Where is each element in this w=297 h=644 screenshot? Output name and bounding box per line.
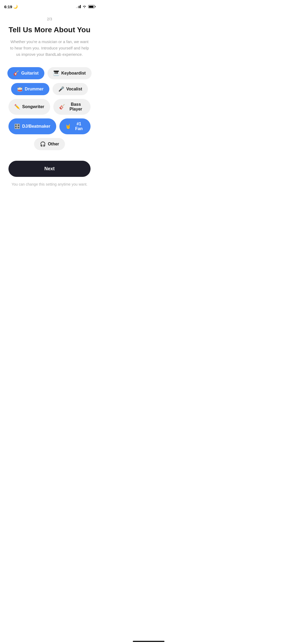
battery-icon xyxy=(88,5,95,8)
vocalist-icon: 🎤 xyxy=(58,86,64,92)
page-subtitle: Whether you're a musician or a fan, we w… xyxy=(8,39,91,58)
vocalist-label: Vocalist xyxy=(66,87,82,91)
role-number1-fan[interactable]: 🤘 #1 Fan xyxy=(59,118,91,134)
drummer-icon: 🥁 xyxy=(17,86,23,92)
roles-row-4: 🎛️ DJ/Beatmaker 🤘 #1 Fan xyxy=(8,118,91,134)
other-icon: 🎧 xyxy=(40,141,46,147)
main-content: 2/3 Tell Us More About You Whether you'r… xyxy=(0,12,99,197)
wifi-icon xyxy=(82,5,87,9)
role-vocalist[interactable]: 🎤 Vocalist xyxy=(53,83,88,95)
role-other[interactable]: 🎧 Other xyxy=(34,138,65,150)
role-keyboardist[interactable]: 🎹 Keyboardist xyxy=(48,67,91,79)
guitarist-label: Guitarist xyxy=(21,71,39,76)
roles-row-2: 🥁 Drummer 🎤 Vocalist xyxy=(11,83,88,95)
keyboardist-icon: 🎹 xyxy=(53,70,59,76)
other-label: Other xyxy=(48,142,59,146)
page-title: Tell Us More About You xyxy=(8,25,90,34)
step-indicator: 2/3 xyxy=(47,17,52,21)
settings-note: You can change this setting anytime you … xyxy=(12,182,87,186)
keyboardist-label: Keyboardist xyxy=(61,71,86,76)
status-icons xyxy=(76,5,95,9)
status-bar: 6:19 🌙 xyxy=(0,0,99,12)
fan-label: #1 Fan xyxy=(73,122,85,131)
next-button[interactable]: Next xyxy=(8,161,91,177)
roles-row-1: 🎸 Guitarist 🎹 Keyboardist xyxy=(7,67,91,79)
roles-row-3: ✏️ Songwriter 🎸 Bass Player xyxy=(8,99,91,115)
time-display: 6:19 xyxy=(4,4,12,9)
signal-icon xyxy=(76,5,81,8)
bass-player-icon: 🎸 xyxy=(59,104,65,110)
fan-icon: 🤘 xyxy=(65,123,71,129)
status-time: 6:19 🌙 xyxy=(4,4,18,9)
bass-player-label: Bass Player xyxy=(67,102,85,112)
role-songwriter[interactable]: ✏️ Songwriter xyxy=(8,99,50,115)
moon-icon: 🌙 xyxy=(13,4,18,9)
dj-icon: 🎛️ xyxy=(14,123,20,129)
role-bass-player[interactable]: 🎸 Bass Player xyxy=(53,99,91,115)
songwriter-label: Songwriter xyxy=(22,104,44,109)
role-guitarist[interactable]: 🎸 Guitarist xyxy=(7,67,44,79)
dj-label: DJ/Beatmaker xyxy=(22,124,50,129)
drummer-label: Drummer xyxy=(25,87,44,91)
roles-container: 🎸 Guitarist 🎹 Keyboardist 🥁 Drummer 🎤 Vo… xyxy=(8,67,91,150)
songwriter-icon: ✏️ xyxy=(14,104,20,110)
roles-row-5: 🎧 Other xyxy=(34,138,65,150)
guitarist-icon: 🎸 xyxy=(13,70,19,76)
role-drummer[interactable]: 🥁 Drummer xyxy=(11,83,49,95)
role-dj-beatmaker[interactable]: 🎛️ DJ/Beatmaker xyxy=(8,118,56,134)
